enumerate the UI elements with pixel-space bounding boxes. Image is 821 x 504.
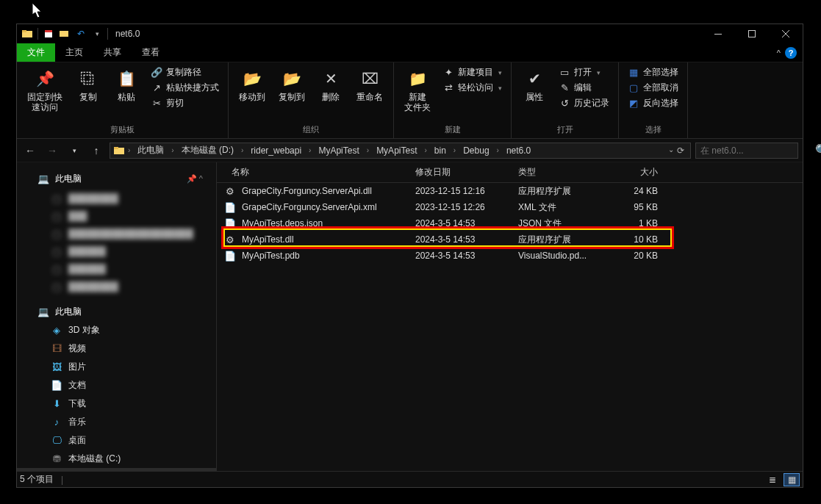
video-icon: 🎞 [51, 343, 62, 355]
open-button[interactable]: ▭打开▾ [556, 65, 612, 79]
sidebar-item-videos[interactable]: 🎞视频 [17, 339, 216, 358]
help-icon[interactable]: ? [785, 47, 797, 59]
sidebar-item-documents[interactable]: 📄文档 [17, 376, 216, 395]
chevron-right-icon[interactable]: › [309, 146, 311, 154]
chevron-right-icon[interactable]: › [497, 146, 499, 154]
sidebar-item-redacted[interactable]: ▢████████ [17, 278, 216, 295]
new-folder-button[interactable]: 📁新建 文件夹 [400, 65, 435, 115]
edit-button[interactable]: ✎编辑 [556, 81, 612, 95]
close-button[interactable] [769, 24, 803, 43]
view-details-button[interactable]: ≣ [764, 473, 781, 486]
file-row[interactable]: 📄MyApiTest.deps.json2024-3-5 14:53JSON 文… [217, 215, 803, 231]
search-box[interactable]: 🔍 [695, 143, 798, 159]
sidebar-item-music[interactable]: ♪音乐 [17, 413, 216, 431]
history-button[interactable]: ↺历史记录 [556, 96, 612, 110]
sidebar-item-redacted[interactable]: ▢███ [17, 207, 216, 225]
qat-properties-icon[interactable] [43, 28, 54, 40]
crumb-myapitest1[interactable]: MyApiTest [314, 145, 363, 156]
move-to-button[interactable]: 📂移动到 [234, 65, 270, 105]
file-row[interactable]: 📄MyApiTest.pdb2024-3-5 14:53VisualStudio… [217, 248, 803, 264]
new-item-button[interactable]: ✦新建项目▾ [440, 65, 505, 79]
forward-button[interactable]: → [43, 142, 61, 159]
crumb-net60[interactable]: net6.0 [502, 145, 535, 156]
qat-dropdown-icon[interactable]: ▾ [91, 28, 103, 40]
tab-file[interactable]: 文件 [17, 43, 55, 62]
file-date: 2024-3-5 14:53 [408, 234, 511, 245]
navigation-pane[interactable]: 💻 此电脑 📌 ^ ▢████████ ▢███ ▢██████████████… [17, 162, 217, 471]
crumb-bin[interactable]: bin [430, 145, 451, 156]
file-size: 95 KB [599, 202, 665, 212]
crumb-drive-d[interactable]: 本地磁盘 (D:) [177, 144, 238, 156]
chevron-right-icon[interactable]: › [171, 146, 173, 154]
copy-icon: ⿻ [78, 68, 98, 89]
invert-selection-button[interactable]: ◩反向选择 [625, 96, 681, 110]
tab-share[interactable]: 共享 [93, 43, 132, 62]
minimize-button[interactable] [701, 24, 735, 43]
sidebar-item-redacted[interactable]: ▢██████ [17, 260, 216, 278]
pin-icon[interactable]: 📌 ^ [187, 174, 203, 184]
crumb-debug[interactable]: Debug [459, 145, 493, 156]
qat-newfolder-icon[interactable] [59, 28, 71, 40]
sidebar-item-downloads[interactable]: ⬇下载 [17, 395, 216, 413]
up-button[interactable]: ↑ [87, 142, 105, 159]
chevron-right-icon[interactable]: › [453, 146, 456, 154]
computer-icon: 💻 [37, 173, 49, 185]
sidebar-item-redacted[interactable]: ▢██████ [17, 242, 216, 260]
sidebar-item-this-pc[interactable]: 💻此电脑 [17, 303, 216, 321]
easy-access-button[interactable]: ⇄轻松访问▾ [440, 81, 505, 95]
sidebar-item-this-pc-top[interactable]: 💻 此电脑 [37, 170, 90, 188]
paste-shortcut-button[interactable]: ↗粘贴快捷方式 [148, 81, 222, 95]
tab-home[interactable]: 主页 [55, 43, 93, 62]
file-row[interactable]: ⚙MyApiTest.dll2024-3-5 14:53应用程序扩展10 KB [217, 231, 803, 248]
file-list[interactable]: ⚙GrapeCity.Forguncy.ServerApi.dll2023-12… [217, 183, 803, 471]
recent-dropdown[interactable]: ▾ [65, 142, 83, 159]
chevron-right-icon[interactable]: › [241, 146, 243, 154]
crumb-myapitest2[interactable]: MyApiTest [372, 145, 421, 156]
paste-button[interactable]: 📋 粘贴 [110, 65, 143, 105]
qat-undo-icon[interactable]: ↶ [75, 28, 87, 40]
copy-button[interactable]: ⿻ 复制 [71, 65, 105, 105]
address-dropdown-icon[interactable]: ⌄ [668, 145, 674, 156]
delete-button[interactable]: ✕删除 [314, 65, 348, 105]
chevron-right-icon[interactable]: › [128, 146, 130, 154]
rename-button[interactable]: ⌧重命名 [352, 65, 387, 105]
chevron-right-icon[interactable]: › [367, 146, 369, 154]
col-name[interactable]: 名称 [217, 166, 408, 179]
breadcrumb[interactable]: › 此电脑 › 本地磁盘 (D:) › rider_webapi › MyApi… [110, 143, 691, 159]
chevron-right-icon[interactable]: › [424, 146, 426, 154]
back-button[interactable]: ← [21, 142, 39, 159]
properties-button[interactable]: ✔属性 [517, 65, 551, 105]
folder-icon [113, 145, 125, 156]
search-input[interactable] [700, 145, 811, 156]
col-modified[interactable]: 修改日期 [408, 166, 511, 179]
sidebar-item-redacted[interactable]: ▢████████ [17, 190, 216, 207]
search-icon[interactable]: 🔍 [815, 143, 821, 157]
sidebar-item-pictures[interactable]: 🖼图片 [17, 358, 216, 376]
col-size[interactable]: 大小 [599, 166, 665, 179]
pin-quick-access-button[interactable]: 📌 固定到快 速访问 [23, 65, 67, 115]
copy-to-button[interactable]: 📂复制到 [274, 65, 309, 105]
cut-button[interactable]: ✂剪切 [148, 96, 222, 110]
group-label-select: 选择 [625, 123, 681, 135]
select-all-button[interactable]: ▦全部选择 [625, 65, 681, 79]
sidebar-item-3d-objects[interactable]: ◈3D 对象 [17, 321, 216, 339]
file-row[interactable]: ⚙GrapeCity.Forguncy.ServerApi.dll2023-12… [217, 183, 803, 199]
refresh-icon[interactable]: ⟳ [677, 145, 684, 156]
crumb-this-pc[interactable]: 此电脑 [133, 144, 168, 156]
download-icon: ⬇ [51, 398, 62, 410]
file-icon: 📄 [224, 217, 236, 229]
ribbon: 📌 固定到快 速访问 ⿻ 复制 📋 粘贴 🔗复制路径 ↗粘贴快捷方式 ✂剪切 剪… [17, 62, 803, 139]
sidebar-item-redacted[interactable]: ▢████████████████████ [17, 225, 216, 242]
col-type[interactable]: 类型 [511, 166, 599, 179]
tab-view[interactable]: 查看 [132, 43, 170, 62]
copy-path-button[interactable]: 🔗复制路径 [148, 65, 222, 79]
sidebar-item-desktop[interactable]: 🖵桌面 [17, 431, 216, 450]
crumb-rider-webapi[interactable]: rider_webapi [246, 145, 306, 156]
file-row[interactable]: 📄GrapeCity.Forguncy.ServerApi.xml2023-12… [217, 199, 803, 215]
column-header[interactable]: 名称 修改日期 类型 大小 [217, 162, 803, 183]
maximize-button[interactable] [735, 24, 769, 43]
sidebar-item-drive-c[interactable]: ⛃本地磁盘 (C:) [17, 450, 216, 468]
chevron-up-icon[interactable]: ^ [777, 48, 781, 57]
view-large-icons-button[interactable]: ▦ [784, 473, 800, 486]
select-none-button[interactable]: ▢全部取消 [625, 81, 681, 95]
